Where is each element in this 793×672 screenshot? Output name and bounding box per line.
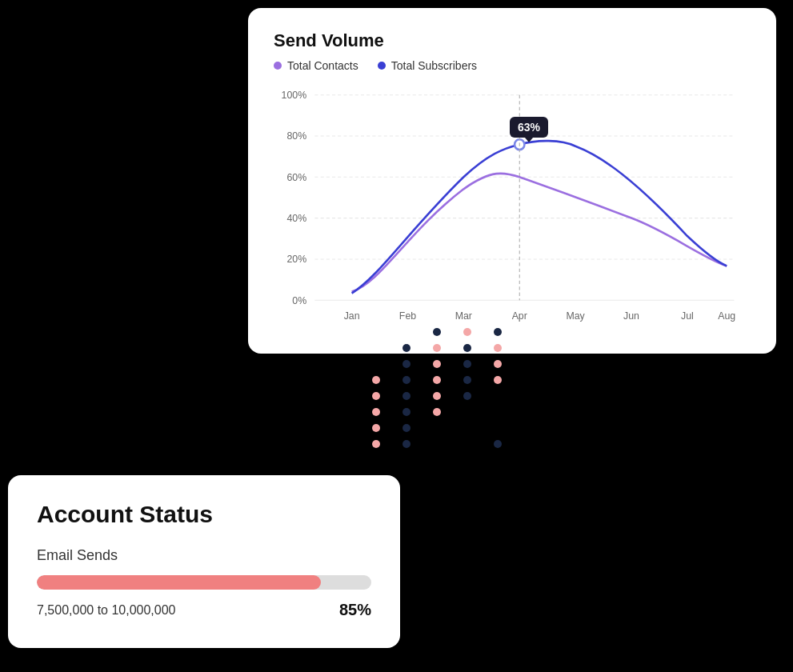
chart-tooltip: 63% (510, 117, 548, 138)
decoration-dot (403, 408, 411, 416)
svg-text:20%: 20% (286, 254, 306, 265)
decoration-dot (372, 376, 380, 384)
decoration-dot (494, 344, 502, 352)
svg-text:60%: 60% (286, 171, 306, 182)
decoration-dot (494, 360, 502, 368)
decoration-dot (403, 424, 411, 432)
account-card: Account Status Email Sends 7,500,000 to … (8, 475, 400, 648)
svg-text:Jul: Jul (681, 310, 694, 322)
svg-text:80%: 80% (286, 130, 306, 142)
decoration-dot (403, 376, 411, 384)
decoration-dot (433, 328, 441, 336)
svg-text:Feb: Feb (399, 310, 416, 322)
decoration-dot (372, 424, 380, 432)
decoration-dot (463, 328, 471, 336)
legend-subscribers: Total Subscribers (378, 59, 477, 72)
decoration-dot (463, 344, 471, 352)
svg-text:Jun: Jun (623, 310, 639, 322)
contacts-label: Total Contacts (287, 59, 358, 72)
decoration-dot (403, 440, 411, 448)
svg-text:0%: 0% (292, 294, 306, 306)
email-sends-label: Email Sends (37, 547, 371, 564)
decoration-dot (463, 392, 471, 400)
decoration-dot (494, 376, 502, 384)
decoration-dot (463, 376, 471, 384)
decoration-dot (494, 440, 502, 448)
svg-text:100%: 100% (282, 90, 307, 101)
subscribers-dot (378, 62, 386, 70)
progress-bar-background (37, 575, 371, 590)
decoration-dot (403, 392, 411, 400)
progress-bar-fill (37, 575, 321, 590)
contacts-dot (274, 62, 282, 70)
chart-card: Send Volume Total Contacts Total Subscri… (248, 8, 776, 354)
decoration-dot (433, 360, 441, 368)
account-title: Account Status (37, 501, 371, 528)
dot-grid-decoration (372, 328, 532, 504)
svg-text:Jan: Jan (344, 310, 360, 322)
decoration-dot (403, 360, 411, 368)
decoration-dot (433, 408, 441, 416)
chart-area: 100% 80% 60% 40% 20% 0% Jan Feb Mar Apr … (274, 86, 751, 334)
decoration-dot (372, 392, 380, 400)
decoration-dot (433, 344, 441, 352)
svg-text:40%: 40% (286, 213, 306, 224)
decoration-dot (494, 328, 502, 336)
decoration-dot (403, 344, 411, 352)
svg-text:Aug: Aug (718, 310, 735, 322)
chart-title: Send Volume (274, 30, 751, 51)
legend-contacts: Total Contacts (274, 59, 358, 72)
decoration-dot (463, 360, 471, 368)
account-percentage: 85% (339, 601, 371, 619)
account-stats: 7,500,000 to 10,000,000 85% (37, 601, 371, 619)
chart-legend: Total Contacts Total Subscribers (274, 59, 751, 72)
subscribers-label: Total Subscribers (391, 59, 477, 72)
account-range: 7,500,000 to 10,000,000 (37, 603, 176, 618)
svg-text:May: May (566, 310, 585, 322)
decoration-dot (372, 440, 380, 448)
svg-text:Apr: Apr (512, 310, 527, 322)
decoration-dot (433, 392, 441, 400)
decoration-dot (433, 376, 441, 384)
svg-text:Mar: Mar (455, 310, 472, 322)
decoration-dot (372, 408, 380, 416)
